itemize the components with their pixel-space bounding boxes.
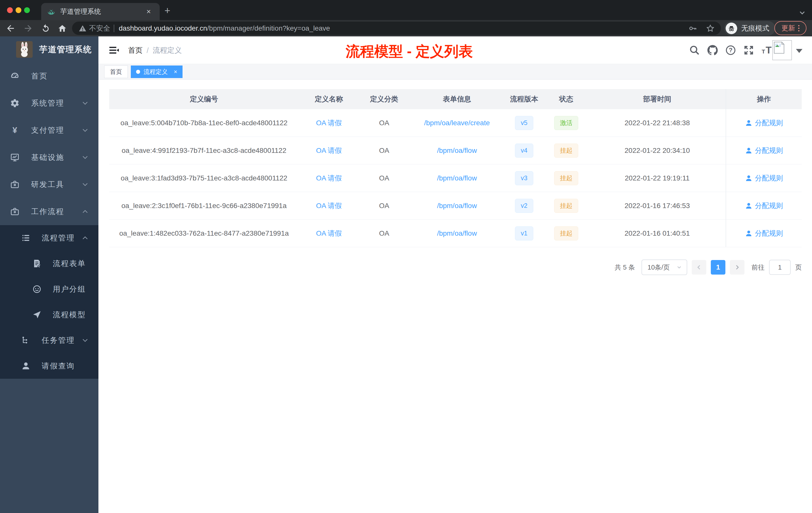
form-info-link[interactable]: /bpm/oa/flow bbox=[409, 220, 505, 247]
process-version-badge: v5 bbox=[505, 109, 544, 137]
col-header-1: 定义名称 bbox=[299, 89, 359, 109]
yen-icon: ¥ bbox=[10, 125, 20, 135]
definition-id: oa_leave:1:482ec033-762a-11ec-8477-a2380… bbox=[109, 220, 299, 247]
github-icon[interactable] bbox=[707, 45, 718, 56]
definition-id: oa_leave:3:1fad3d93-7b75-11ec-a3c8-acde4… bbox=[109, 164, 299, 192]
sidebar-item-dev-tools[interactable]: 研发工具 bbox=[0, 171, 98, 198]
definition-name-link[interactable]: OA 请假 bbox=[299, 192, 359, 219]
sidebar-item-infrastructure[interactable]: 基础设施 bbox=[0, 144, 98, 171]
main-area: 首页 / 流程定义 流程模型 - 定义列表 ?TT 首页流程定义× 定义编号定义… bbox=[98, 36, 812, 513]
definition-category: OA bbox=[359, 192, 409, 219]
sidebar-item-user-group[interactable]: 用户分组 bbox=[0, 276, 98, 302]
home-icon[interactable] bbox=[57, 23, 67, 33]
chevron-down-icon bbox=[81, 99, 89, 107]
definition-name-link[interactable]: OA 请假 bbox=[299, 164, 359, 192]
window-minimize-button[interactable] bbox=[16, 7, 21, 13]
bookmark-star-icon[interactable] bbox=[706, 24, 715, 33]
definition-id: oa_leave:2:3c1f0ef1-76b1-11ec-9c66-a2380… bbox=[109, 192, 299, 219]
top-navbar: 首页 / 流程定义 流程模型 - 定义列表 ?TT bbox=[98, 36, 812, 64]
sidebar-item-process-model[interactable]: 流程模型 bbox=[0, 302, 98, 328]
user-small-icon bbox=[745, 230, 753, 237]
chevron-down-icon bbox=[676, 264, 682, 270]
tab-search-chevron-icon[interactable] bbox=[798, 8, 807, 17]
goto-page-input[interactable] bbox=[769, 260, 791, 275]
chrome-update-button[interactable]: 更新 bbox=[774, 21, 807, 35]
window-close-button[interactable] bbox=[7, 7, 13, 13]
assign-rule-link[interactable]: 分配规则 bbox=[726, 220, 802, 247]
sidebar-logo[interactable]: 芋道管理系统 bbox=[0, 36, 98, 62]
search-icon[interactable] bbox=[689, 45, 700, 56]
col-header-2: 定义分类 bbox=[359, 89, 409, 109]
form-info-link[interactable]: /bpm/oa/flow bbox=[409, 137, 505, 164]
assign-rule-link[interactable]: 分配规则 bbox=[726, 109, 802, 137]
sidebar-item-home[interactable]: 首页 bbox=[0, 62, 98, 90]
reload-icon[interactable] bbox=[41, 23, 51, 33]
sidebar-item-task-management[interactable]: 任务管理 bbox=[0, 328, 98, 353]
page-number-button[interactable]: 1 bbox=[711, 260, 725, 275]
col-header-5: 状态 bbox=[544, 89, 589, 109]
browser-menu-icon[interactable] bbox=[798, 25, 800, 31]
sidebar-item-payment-management[interactable]: ¥支付管理 bbox=[0, 117, 98, 144]
process-version-badge: v4 bbox=[505, 137, 544, 164]
workflow-submenu: 流程管理流程表单用户分组流程模型任务管理请假查询 bbox=[0, 225, 98, 379]
table-row: oa_leave:1:482ec033-762a-11ec-8477-a2380… bbox=[109, 220, 802, 247]
prev-page-button[interactable] bbox=[692, 260, 706, 275]
gear-icon bbox=[10, 98, 20, 108]
question-icon[interactable]: ? bbox=[725, 45, 736, 56]
incognito-badge: 无痕模式 bbox=[724, 21, 775, 36]
sidebar-item-process-form[interactable]: 流程表单 bbox=[0, 251, 98, 276]
breadcrumb-home[interactable]: 首页 bbox=[128, 46, 143, 56]
assign-rule-link[interactable]: 分配规则 bbox=[726, 164, 802, 192]
caret-down-icon[interactable] bbox=[796, 49, 803, 53]
tag-item[interactable]: 首页 bbox=[104, 65, 128, 78]
next-page-button[interactable] bbox=[730, 260, 745, 275]
assign-rule-link[interactable]: 分配规则 bbox=[726, 137, 802, 164]
sidebar-item-leave-query[interactable]: 请假查询 bbox=[0, 353, 98, 379]
tag-active[interactable]: 流程定义× bbox=[131, 65, 182, 78]
user-small-icon bbox=[745, 202, 753, 210]
deploy-time: 2022-01-22 20:34:10 bbox=[589, 137, 726, 164]
sidebar-item-label: 研发工具 bbox=[31, 179, 81, 190]
user-small-icon bbox=[745, 175, 753, 182]
fullscreen-icon[interactable] bbox=[743, 45, 754, 56]
sidebar-item-label: 请假查询 bbox=[42, 361, 98, 371]
definition-name-link[interactable]: OA 请假 bbox=[299, 137, 359, 164]
security-label: 不安全 bbox=[89, 24, 110, 33]
chevron-up-icon bbox=[81, 208, 89, 215]
password-key-icon[interactable] bbox=[688, 24, 697, 33]
tab-close-icon[interactable]: × bbox=[144, 7, 154, 16]
definition-name-link[interactable]: OA 请假 bbox=[299, 109, 359, 137]
sidebar-item-system-management[interactable]: 系统管理 bbox=[0, 90, 98, 117]
assign-rule-link[interactable]: 分配规则 bbox=[726, 192, 802, 219]
tab-title: 芋道管理系统 bbox=[60, 7, 144, 16]
col-header-4: 流程版本 bbox=[505, 89, 544, 109]
font-size-icon[interactable]: TT bbox=[761, 45, 772, 56]
avatar[interactable] bbox=[772, 40, 792, 60]
form-info-link[interactable]: /bpm/oa/leave/create bbox=[409, 109, 505, 137]
update-label: 更新 bbox=[782, 24, 795, 33]
definition-name-link[interactable]: OA 请假 bbox=[299, 220, 359, 247]
back-icon[interactable] bbox=[5, 23, 16, 33]
window-zoom-button[interactable] bbox=[24, 7, 30, 13]
page-unit-label: 页 bbox=[795, 263, 802, 272]
col-header-7: 操作 bbox=[726, 89, 802, 109]
close-icon[interactable]: × bbox=[174, 68, 177, 75]
breadcrumb-separator: / bbox=[147, 47, 149, 55]
paper-plane-icon bbox=[32, 310, 42, 320]
sidebar-item-label: 流程管理 bbox=[42, 233, 81, 243]
deploy-time: 2022-01-22 21:48:38 bbox=[589, 109, 726, 137]
page-size-select[interactable]: 10条/页 bbox=[641, 260, 687, 275]
breadcrumb: 首页 / 流程定义 bbox=[128, 46, 182, 56]
sidebar-item-workflow[interactable]: 工作流程 bbox=[0, 198, 98, 225]
status-badge: 挂起 bbox=[544, 137, 589, 164]
sidebar-item-label: 支付管理 bbox=[31, 125, 81, 135]
forward-icon[interactable] bbox=[23, 23, 33, 33]
new-tab-button[interactable]: + bbox=[165, 5, 170, 16]
browser-tab[interactable]: 芋道管理系统 × bbox=[41, 3, 160, 20]
sidebar-item-process-management[interactable]: 流程管理 bbox=[0, 225, 98, 251]
url-bar[interactable]: 不安全 dashboard.yudao.iocoder.cn/bpm/manag… bbox=[72, 22, 721, 35]
sidebar-toggle-icon[interactable] bbox=[109, 45, 119, 56]
form-info-link[interactable]: /bpm/oa/flow bbox=[409, 192, 505, 219]
form-info-link[interactable]: /bpm/oa/flow bbox=[409, 164, 505, 192]
form-icon bbox=[32, 259, 42, 268]
